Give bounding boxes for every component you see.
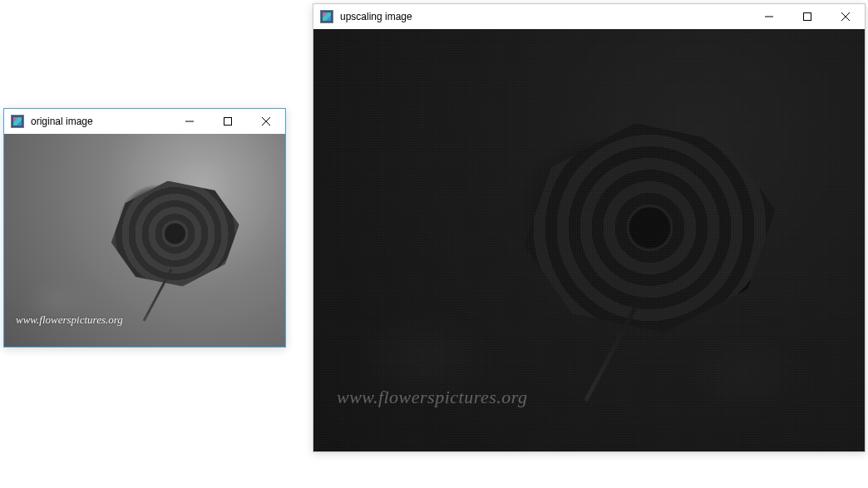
close-button[interactable] <box>247 109 285 134</box>
svg-rect-1 <box>804 13 811 21</box>
window-controls <box>750 4 865 29</box>
watermark-text: www.flowerspictures.org <box>337 387 527 408</box>
close-button[interactable] <box>826 4 865 29</box>
close-icon <box>841 12 850 21</box>
maximize-icon <box>224 117 232 126</box>
maximize-icon <box>803 12 811 21</box>
minimize-button[interactable] <box>750 4 788 29</box>
svg-rect-5 <box>224 118 232 126</box>
image-viewport-upscaled: www.flowerspictures.org <box>313 29 865 451</box>
maximize-button[interactable] <box>209 109 247 134</box>
titlebar-upscaling[interactable]: upscaling image <box>313 4 865 29</box>
window-controls <box>170 109 285 134</box>
app-icon <box>11 115 24 128</box>
titlebar-original[interactable]: original image <box>4 109 285 134</box>
window-title: original image <box>31 116 93 127</box>
window-title: upscaling image <box>340 11 412 22</box>
close-icon <box>262 117 270 126</box>
app-icon <box>320 10 333 23</box>
minimize-button[interactable] <box>170 109 209 134</box>
watermark-text: www.flowerspictures.org <box>16 313 123 327</box>
window-original: original image www.flowerspictures.org <box>3 108 286 348</box>
minimize-icon <box>185 117 194 126</box>
maximize-button[interactable] <box>788 4 826 29</box>
minimize-icon <box>765 12 773 21</box>
window-upscaling: upscaling image www.flowerspictures.org <box>313 3 866 452</box>
image-viewport-original: www.flowerspictures.org <box>4 134 285 347</box>
